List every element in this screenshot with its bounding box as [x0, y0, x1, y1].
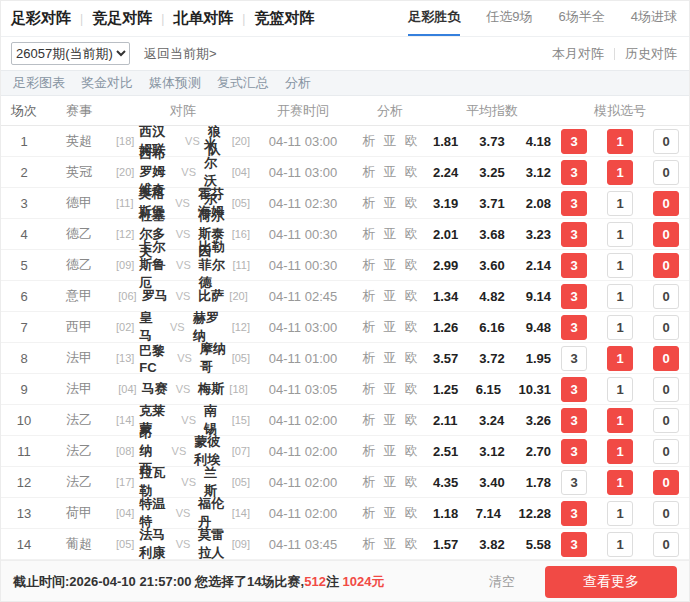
away-team[interactable]: 梅斯 [198, 380, 224, 398]
pick-0-button[interactable]: 0 [653, 377, 679, 402]
pick-1-button[interactable]: 1 [607, 439, 633, 464]
pick-0-button[interactable]: 0 [653, 501, 679, 526]
analysis-link-亚[interactable]: 亚 [384, 225, 397, 243]
analysis-link-析[interactable]: 析 [363, 411, 376, 429]
pick-1-button[interactable]: 1 [607, 160, 633, 185]
analysis-link-欧[interactable]: 欧 [405, 504, 418, 522]
analysis-link-欧[interactable]: 欧 [405, 349, 418, 367]
pick-3-button[interactable]: 3 [561, 315, 587, 340]
match-type-tab[interactable]: 足彩对阵 [11, 9, 71, 28]
pick-0-button[interactable]: 0 [653, 532, 679, 557]
away-team[interactable]: 莫雷拉人 [198, 526, 226, 562]
analysis-link-亚[interactable]: 亚 [384, 287, 397, 305]
analysis-link-析[interactable]: 析 [363, 194, 376, 212]
pick-3-button[interactable]: 3 [561, 501, 587, 526]
pick-1-button[interactable]: 1 [607, 222, 633, 247]
pick-0-button[interactable]: 0 [653, 315, 679, 340]
home-team[interactable]: 罗马 [142, 287, 168, 305]
analysis-link-欧[interactable]: 欧 [405, 287, 418, 305]
analysis-link-析[interactable]: 析 [363, 256, 376, 274]
analysis-link-亚[interactable]: 亚 [384, 535, 397, 553]
home-team[interactable]: 卡尔斯鲁厄 [139, 238, 168, 292]
pick-3-button[interactable]: 3 [561, 439, 587, 464]
analysis-link-析[interactable]: 析 [363, 163, 376, 181]
pick-3-button[interactable]: 3 [561, 253, 587, 278]
match-type-tab[interactable]: 竞足对阵 [92, 9, 152, 28]
match-type-tab[interactable]: 北单对阵 [173, 9, 233, 28]
pick-0-button[interactable]: 0 [653, 346, 679, 371]
pick-1-button[interactable]: 1 [607, 470, 633, 495]
view-more-button[interactable]: 查看更多 [545, 566, 677, 598]
pick-0-button[interactable]: 0 [653, 222, 679, 247]
play-type-tab[interactable]: 6场半全 [559, 1, 605, 36]
pick-1-button[interactable]: 1 [607, 408, 633, 433]
analysis-link-亚[interactable]: 亚 [384, 132, 397, 150]
pick-3-button[interactable]: 3 [561, 191, 587, 216]
clear-button[interactable]: 清空 [489, 573, 515, 591]
home-team[interactable]: 法马利康 [139, 526, 167, 562]
pick-3-button[interactable]: 3 [561, 470, 587, 495]
analysis-link-析[interactable]: 析 [363, 504, 376, 522]
analysis-link-亚[interactable]: 亚 [384, 194, 397, 212]
analysis-link-欧[interactable]: 欧 [405, 256, 418, 274]
match-type-tab[interactable]: 竞篮对阵 [254, 9, 314, 28]
analysis-link-析[interactable]: 析 [363, 225, 376, 243]
sub-tab[interactable]: 奖金对比 [81, 74, 133, 92]
pick-1-button[interactable]: 1 [607, 377, 633, 402]
pick-3-button[interactable]: 3 [561, 222, 587, 247]
pick-3-button[interactable]: 3 [561, 532, 587, 557]
analysis-link-欧[interactable]: 欧 [405, 442, 418, 460]
period-select[interactable]: 26057期(当前期) [11, 42, 130, 65]
play-type-tab[interactable]: 任选9场 [486, 1, 532, 36]
analysis-link-亚[interactable]: 亚 [384, 473, 397, 491]
pick-1-button[interactable]: 1 [607, 501, 633, 526]
analysis-link-亚[interactable]: 亚 [384, 318, 397, 336]
pick-1-button[interactable]: 1 [607, 253, 633, 278]
analysis-link-欧[interactable]: 欧 [405, 535, 418, 553]
analysis-link-亚[interactable]: 亚 [384, 442, 397, 460]
pick-1-button[interactable]: 1 [607, 346, 633, 371]
pick-0-button[interactable]: 0 [653, 160, 679, 185]
pick-3-button[interactable]: 3 [561, 129, 587, 154]
analysis-link-欧[interactable]: 欧 [405, 473, 418, 491]
analysis-link-欧[interactable]: 欧 [405, 132, 418, 150]
period-link[interactable]: 历史对阵 [625, 45, 677, 63]
home-team[interactable]: 马赛 [142, 380, 168, 398]
analysis-link-欧[interactable]: 欧 [405, 163, 418, 181]
pick-0-button[interactable]: 0 [653, 439, 679, 464]
pick-0-button[interactable]: 0 [653, 284, 679, 309]
analysis-link-析[interactable]: 析 [363, 318, 376, 336]
analysis-link-析[interactable]: 析 [363, 349, 376, 367]
home-team[interactable]: 巴黎FC [139, 342, 169, 375]
analysis-link-亚[interactable]: 亚 [384, 256, 397, 274]
pick-1-button[interactable]: 1 [607, 191, 633, 216]
pick-1-button[interactable]: 1 [607, 129, 633, 154]
analysis-link-析[interactable]: 析 [363, 535, 376, 553]
analysis-link-欧[interactable]: 欧 [405, 318, 418, 336]
back-to-current-period-link[interactable]: 返回当前期> [144, 45, 217, 63]
analysis-link-欧[interactable]: 欧 [405, 194, 418, 212]
pick-3-button[interactable]: 3 [561, 408, 587, 433]
pick-3-button[interactable]: 3 [561, 377, 587, 402]
pick-0-button[interactable]: 0 [653, 470, 679, 495]
analysis-link-析[interactable]: 析 [363, 380, 376, 398]
pick-0-button[interactable]: 0 [653, 253, 679, 278]
away-team[interactable]: 摩纳哥 [200, 340, 227, 376]
play-type-tab[interactable]: 足彩胜负 [408, 1, 460, 36]
pick-3-button[interactable]: 3 [561, 160, 587, 185]
analysis-link-亚[interactable]: 亚 [384, 504, 397, 522]
pick-1-button[interactable]: 1 [607, 284, 633, 309]
period-link[interactable]: 本月对阵 [552, 45, 604, 63]
pick-3-button[interactable]: 3 [561, 284, 587, 309]
play-type-tab[interactable]: 4场进球 [631, 1, 677, 36]
pick-1-button[interactable]: 1 [607, 532, 633, 557]
away-team[interactable]: 比勒菲尔德 [199, 238, 228, 292]
analysis-link-亚[interactable]: 亚 [384, 411, 397, 429]
analysis-link-析[interactable]: 析 [363, 132, 376, 150]
pick-0-button[interactable]: 0 [653, 129, 679, 154]
analysis-link-析[interactable]: 析 [363, 287, 376, 305]
away-team[interactable]: 比萨 [198, 287, 224, 305]
sub-tab[interactable]: 媒体预测 [149, 74, 201, 92]
analysis-link-欧[interactable]: 欧 [405, 380, 418, 398]
analysis-link-亚[interactable]: 亚 [384, 163, 397, 181]
